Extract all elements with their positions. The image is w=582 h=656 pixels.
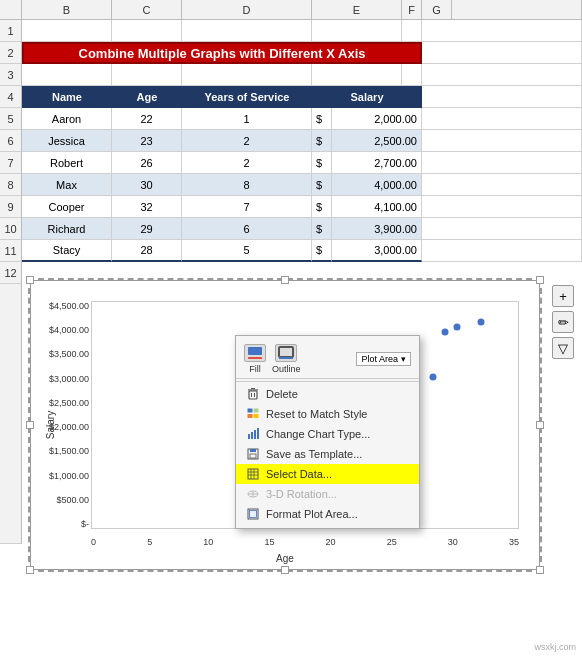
header-years: Years of Service <box>182 86 312 108</box>
cell-f3[interactable] <box>402 64 422 86</box>
cell-age-4[interactable]: 32 <box>112 196 182 218</box>
cell-dollar-2[interactable]: $ <box>312 152 332 174</box>
col-header-g: G <box>422 0 452 19</box>
svg-rect-4 <box>249 391 257 399</box>
cell-salary-4[interactable]: 4,100.00 <box>332 196 422 218</box>
cell-b1[interactable] <box>22 20 112 42</box>
watermark: wsxkj.com <box>534 642 576 652</box>
cell-age-3[interactable]: 30 <box>112 174 182 196</box>
x-tick-2: 10 <box>203 537 213 547</box>
svg-rect-3 <box>279 357 293 359</box>
cell-salary-1[interactable]: 2,500.00 <box>332 130 422 152</box>
cell-dollar-0[interactable]: $ <box>312 108 332 130</box>
cell-years-5[interactable]: 6 <box>182 218 312 240</box>
menu-item-format[interactable]: Format Plot Area... <box>236 504 419 524</box>
x-tick-7: 35 <box>509 537 519 547</box>
y-tick-7: $1,000.00 <box>49 471 89 481</box>
row-header-6: 6 <box>0 130 22 152</box>
outline-button[interactable]: Outline <box>272 344 301 374</box>
svg-rect-16 <box>257 428 259 439</box>
add-chart-element-button[interactable]: + <box>552 285 574 307</box>
cell-rest-9[interactable] <box>422 196 582 218</box>
cell-age-2[interactable]: 26 <box>112 152 182 174</box>
svg-rect-9 <box>248 409 253 413</box>
menu-item-delete[interactable]: Delete <box>236 384 419 404</box>
y-tick-1: $4,000.00 <box>49 325 89 335</box>
cell-age-1[interactable]: 23 <box>112 130 182 152</box>
cell-salary-5[interactable]: 3,900.00 <box>332 218 422 240</box>
cell-c1[interactable] <box>112 20 182 42</box>
cell-name-4[interactable]: Cooper <box>22 196 112 218</box>
col-header-c: C <box>112 0 182 19</box>
fill-button[interactable]: Fill <box>244 344 266 374</box>
cell-e1[interactable] <box>312 20 402 42</box>
cell-g3[interactable] <box>422 64 582 86</box>
menu-item-reset[interactable]: Reset to Match Style <box>236 404 419 424</box>
x-tick-4: 20 <box>326 537 336 547</box>
cell-f1[interactable] <box>402 20 422 42</box>
cell-d1[interactable] <box>182 20 312 42</box>
header-salary: Salary <box>312 86 422 108</box>
cell-salary-0[interactable]: 2,000.00 <box>332 108 422 130</box>
menu-divider-1 <box>236 381 419 382</box>
context-menu: Fill Outline Plot Area ▾ <box>235 335 420 529</box>
reset-icon <box>246 407 260 421</box>
cell-years-6[interactable]: 5 <box>182 240 312 262</box>
row-5: Aaron 22 1 $ 2,000.00 <box>22 108 582 130</box>
chart-filter-button[interactable]: ▽ <box>552 337 574 359</box>
cell-rest-6[interactable] <box>422 130 582 152</box>
row-header-1: 1 <box>0 20 22 42</box>
cell-salary-6[interactable]: 3,000.00 <box>332 240 422 262</box>
cell-name-5[interactable]: Richard <box>22 218 112 240</box>
cell-dollar-4[interactable]: $ <box>312 196 332 218</box>
outline-icon <box>275 344 297 362</box>
cell-rest-8[interactable] <box>422 174 582 196</box>
cell-rest-7[interactable] <box>422 152 582 174</box>
x-tick-0: 0 <box>91 537 96 547</box>
cell-dollar-6[interactable]: $ <box>312 240 332 262</box>
cell-salary-2[interactable]: 2,700.00 <box>332 152 422 174</box>
cell-age-6[interactable]: 28 <box>112 240 182 262</box>
plot-area-dropdown[interactable]: Plot Area ▾ <box>356 352 411 366</box>
cell-years-4[interactable]: 7 <box>182 196 312 218</box>
cell-name-6[interactable]: Stacy <box>22 240 112 262</box>
cell-dollar-1[interactable]: $ <box>312 130 332 152</box>
cell-dollar-5[interactable]: $ <box>312 218 332 240</box>
row-header-4: 4 <box>0 86 22 108</box>
cell-years-2[interactable]: 2 <box>182 152 312 174</box>
cell-g1[interactable] <box>422 20 582 42</box>
cell-c3[interactable] <box>112 64 182 86</box>
scatter-dot <box>478 319 485 326</box>
cell-name-2[interactable]: Robert <box>22 152 112 174</box>
cell-years-0[interactable]: 1 <box>182 108 312 130</box>
row-header-11: 11 <box>0 240 22 262</box>
menu-label-format: Format Plot Area... <box>266 508 358 520</box>
chart-style-button[interactable]: ✏ <box>552 311 574 333</box>
cell-salary-3[interactable]: 4,000.00 <box>332 174 422 196</box>
cell-name-3[interactable]: Max <box>22 174 112 196</box>
cell-years-1[interactable]: 2 <box>182 130 312 152</box>
cell-name-1[interactable]: Jessica <box>22 130 112 152</box>
cell-dollar-3[interactable]: $ <box>312 174 332 196</box>
cell-rest-2[interactable] <box>422 42 582 64</box>
cell-e3[interactable] <box>312 64 402 86</box>
cell-d3[interactable] <box>182 64 312 86</box>
cell-age-0[interactable]: 22 <box>112 108 182 130</box>
cell-rest-11[interactable] <box>422 240 582 262</box>
menu-label-change-chart: Change Chart Type... <box>266 428 370 440</box>
cell-years-3[interactable]: 8 <box>182 174 312 196</box>
cell-rest-4[interactable] <box>422 86 582 108</box>
cell-age-5[interactable]: 29 <box>112 218 182 240</box>
svg-rect-29 <box>250 511 257 518</box>
menu-item-change-chart[interactable]: Change Chart Type... <box>236 424 419 444</box>
row-header-12: 12 <box>0 262 22 284</box>
menu-item-save-template[interactable]: Save as Template... <box>236 444 419 464</box>
cell-rest-5[interactable] <box>422 108 582 130</box>
format-icon <box>246 507 260 521</box>
cell-b3[interactable] <box>22 64 112 86</box>
col-header-empty <box>0 0 22 19</box>
cell-name-0[interactable]: Aaron <box>22 108 112 130</box>
cell-rest-10[interactable] <box>422 218 582 240</box>
menu-item-select-data[interactable]: Select Data... <box>236 464 419 484</box>
menu-item-3d: 3-D Rotation... <box>236 484 419 504</box>
